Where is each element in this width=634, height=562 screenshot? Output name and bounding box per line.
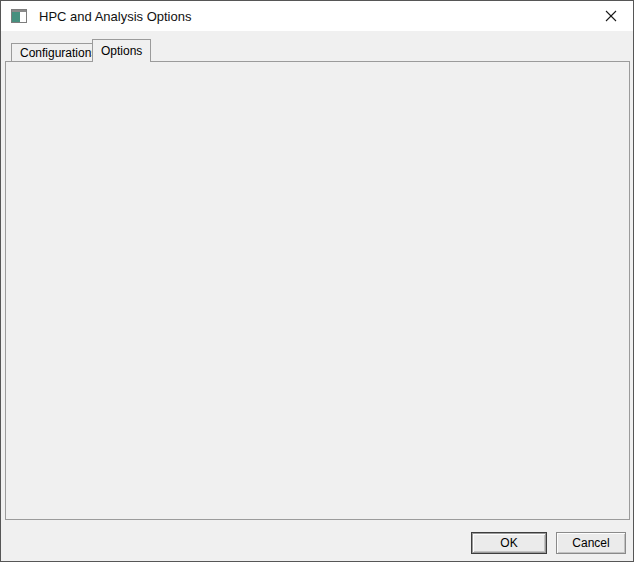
tab-options[interactable]: Options: [92, 39, 151, 62]
ok-button[interactable]: OK: [471, 532, 547, 554]
options-tab-page: [5, 61, 630, 520]
tab-label: Configurations: [20, 46, 97, 60]
hpc-analysis-options-dialog: HPC and Analysis Options Configurations …: [0, 0, 634, 562]
app-window-icon: [11, 9, 27, 23]
title-bar: HPC and Analysis Options: [1, 1, 633, 31]
window-title: HPC and Analysis Options: [39, 9, 191, 24]
cancel-button[interactable]: Cancel: [556, 532, 626, 554]
tab-label: Options: [101, 44, 142, 58]
close-icon: [605, 10, 617, 22]
close-button[interactable]: [588, 1, 633, 31]
